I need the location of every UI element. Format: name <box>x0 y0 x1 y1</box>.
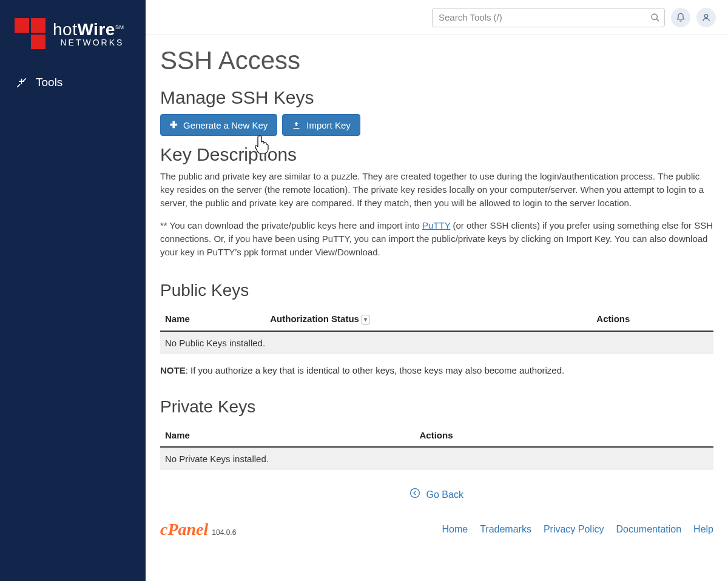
sort-icon: ▾ <box>362 315 369 324</box>
public-keys-table: Name Authorization Status▾ Actions No Pu… <box>160 307 713 354</box>
page-title: SSH Access <box>160 46 713 75</box>
search-icon <box>650 13 660 22</box>
desc-para-2: ** You can download the private/public k… <box>160 219 713 258</box>
sidebar-item-label: Tools <box>36 76 62 89</box>
wrench-icon <box>16 77 27 89</box>
footer-links: Home Trademarks Privacy Policy Documenta… <box>442 524 713 535</box>
private-empty: No Private Keys installed. <box>160 447 713 470</box>
arrow-left-icon <box>410 488 420 498</box>
footer-link-privacy[interactable]: Privacy Policy <box>544 524 604 535</box>
pcol-name[interactable]: Name <box>160 424 415 447</box>
main-area: SSH Access Manage SSH Keys ✚ Generate a … <box>146 0 728 581</box>
table-row: No Private Keys installed. <box>160 447 713 470</box>
generate-key-button[interactable]: ✚ Generate a New Key <box>160 114 277 136</box>
svg-point-3 <box>411 488 420 497</box>
public-empty: No Public Keys installed. <box>160 331 713 354</box>
go-back-wrap: Go Back <box>160 488 713 500</box>
generate-key-label: Generate a New Key <box>183 120 268 130</box>
key-desc-title: Key Descriptions <box>160 144 713 165</box>
cpanel-version: 104.0.6 <box>212 528 236 537</box>
logo-text-2: NETWORKS <box>53 38 124 47</box>
user-icon <box>701 13 711 22</box>
private-keys-table: Name Actions No Private Keys installed. <box>160 424 713 470</box>
public-keys-title: Public Keys <box>160 281 713 300</box>
logo-text-1a: hot <box>53 20 77 39</box>
logo-text-1b: Wire <box>77 20 115 39</box>
import-key-label: Import Key <box>306 120 351 130</box>
notifications-button[interactable] <box>671 8 690 27</box>
svg-line-1 <box>656 19 659 21</box>
plus-icon: ✚ <box>170 119 178 130</box>
content: SSH Access Manage SSH Keys ✚ Generate a … <box>146 35 728 581</box>
sidebar: hotWireSM NETWORKS Tools <box>0 0 146 581</box>
bell-icon <box>676 13 686 22</box>
pcol-actions: Actions <box>415 424 713 447</box>
table-row: No Public Keys installed. <box>160 331 713 354</box>
logo-squares-icon <box>15 18 46 49</box>
private-keys-title: Private Keys <box>160 397 713 417</box>
upload-icon <box>292 121 301 130</box>
search-button[interactable] <box>648 10 662 25</box>
search-wrap <box>432 8 665 27</box>
footer-link-help[interactable]: Help <box>693 524 713 535</box>
cpanel-logo: cPanel 104.0.6 <box>160 520 236 539</box>
note-text: : If you authorize a key that is identic… <box>186 365 565 375</box>
manage-title: Manage SSH Keys <box>160 87 713 108</box>
col-auth-label: Authorization Status <box>270 314 359 324</box>
col-actions: Actions <box>592 307 713 331</box>
user-button[interactable] <box>696 8 716 27</box>
desc-para-1: The public and private key are similar t… <box>160 170 713 209</box>
svg-point-2 <box>704 14 707 17</box>
import-key-button[interactable]: Import Key <box>282 114 360 136</box>
col-name[interactable]: Name <box>160 307 265 331</box>
go-back-link[interactable]: Go Back <box>410 489 463 500</box>
footer: cPanel 104.0.6 Home Trademarks Privacy P… <box>160 512 713 551</box>
brand-logo: hotWireSM NETWORKS <box>0 0 146 67</box>
topbar <box>146 0 728 35</box>
cpanel-word: cPanel <box>160 520 208 539</box>
search-input[interactable] <box>432 8 665 27</box>
putty-link[interactable]: PuTTY <box>422 220 450 230</box>
footer-link-trademarks[interactable]: Trademarks <box>480 524 531 535</box>
desc-p2-a: ** You can download the private/public k… <box>160 220 422 230</box>
logo-sm: SM <box>115 24 124 30</box>
svg-point-0 <box>652 14 657 19</box>
footer-link-docs[interactable]: Documentation <box>616 524 681 535</box>
col-auth[interactable]: Authorization Status▾ <box>265 307 592 331</box>
go-back-label: Go Back <box>426 489 463 500</box>
auth-note: NOTE: If you authorize a key that is ide… <box>160 365 713 375</box>
footer-link-home[interactable]: Home <box>442 524 468 535</box>
sidebar-item-tools[interactable]: Tools <box>0 67 146 98</box>
note-label: NOTE <box>160 365 186 375</box>
